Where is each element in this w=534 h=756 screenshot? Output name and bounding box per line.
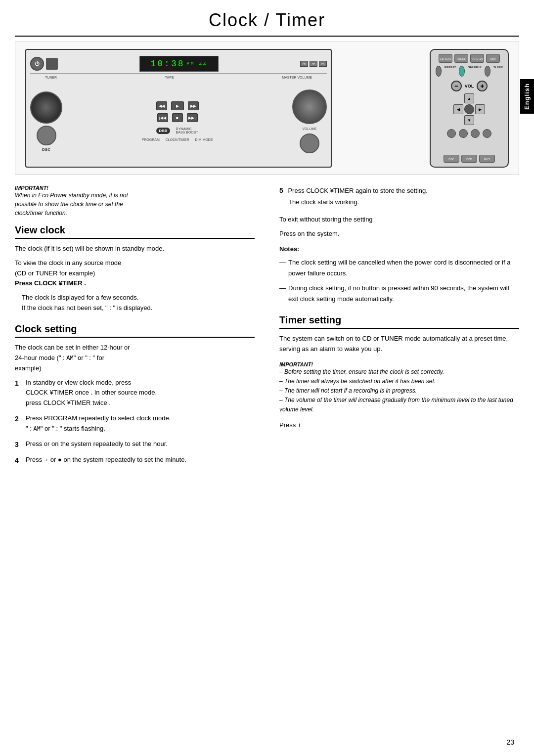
remote-left-btn: ◀ [453,104,463,114]
stop-btn: ■ [172,113,183,122]
right-controls: VOLUME [292,89,327,153]
dbb-label: DBB [156,128,170,134]
clock-setting-title: Clock setting [15,323,255,338]
notes-title: Notes: [279,244,519,255]
page-title: Clock / Timer [15,0,519,37]
timer-important-item-4: – The volume of the timer will increase … [279,396,519,414]
view-clock-sub1: The clock is displayed for a few seconds… [22,293,255,303]
important-note-top: IMPORTANT! When in Eco Power standby mod… [15,185,255,218]
left-speaker [30,91,62,124]
view-clock-press: Press CLOCK ¥TIMER . [15,279,86,287]
remote-nav-cross: ▲ ◀ ▶ ▼ [436,93,503,125]
view-clock-title: View clock [15,224,255,239]
remote-shuffle-btn [459,66,465,77]
important-label-top: IMPORTANT! [15,185,255,191]
time-display: 10:38 [150,59,184,69]
note-1: — The clock setting will be cancelled wh… [279,257,519,279]
timer-setting-title: Timer setting [279,314,519,329]
remote-dim-btn: DIM [486,54,500,63]
step-1-text: In standby or view clock mode, press CLO… [26,378,255,408]
view-clock-para1: The clock (if it is set) will be shown i… [15,244,255,254]
page-number: 23 [506,738,514,746]
timer-important-item-3: – The timer will not start if a recordin… [279,386,519,396]
play-btn: ▶ [171,101,184,110]
step-4: 4 Press→ or ● on the system repeatedly t… [15,455,255,466]
step-5-sub: The clock starts working. [288,197,359,208]
timer-setting-para1: The system can switch on to CD or TUNER … [279,334,519,355]
stereo-unit: ⏻ 10:38 PM ZZ CD CD CD [25,49,332,168]
right-speaker [300,133,319,153]
power-button: ⏻ [30,57,44,71]
step-3: 3 Press or on the system repeatedly to s… [15,439,255,450]
remote-btn-2 [459,129,468,138]
step-2-sub: " : AM" or " : " starts flashing. [26,424,255,434]
step-5-block: 5 Press CLOCK ¥TIMER again to store the … [279,185,519,208]
remote-up-btn: ▲ [464,93,474,103]
dsc-label: DSC [42,147,50,152]
timer-important-block: IMPORTANT! – Before setting the timer, e… [279,361,519,415]
step-3-text: Press or on the system repeatedly to set… [26,439,255,450]
language-tab: English [520,79,534,114]
remote-vol-area: − VOL + [436,81,503,91]
remote-tuner-btn: TUNER [454,54,468,63]
exit-sub: Press on the system. [279,229,519,239]
dynamic-bass: DYNAMICBASS BOOST [176,127,198,134]
remote-extra-row [436,129,503,138]
remote-btn-4 [483,129,491,138]
prev-btn: |◀◀ [157,113,168,122]
rewind-btn: ◀◀ [156,101,167,110]
step-2-num: 2 [15,413,22,434]
left-column: IMPORTANT! When in Eco Power standby mod… [15,185,260,471]
slot-button [46,58,58,70]
step-1-num: 1 [15,378,22,408]
timer-setting-section: Timer setting The system can switch on t… [279,314,519,429]
press-plus-text: Press + [279,421,519,429]
volume-knob [292,89,327,124]
timer-important-item-1: – Before setting the timer, ensure that … [279,367,519,377]
remote-cd-btn: CD 1/2/3 [439,54,452,63]
remote-repeat-btn [436,66,442,77]
view-clock-para2: To view the clock in any source mode (CD… [15,258,255,289]
step-4-num: 4 [15,455,22,466]
remote-btn-3 [471,129,480,138]
exit-block: To exit without storing the setting Pres… [279,215,519,239]
next-btn: ▶▶| [187,113,198,122]
bottom-labels: PROGRAM CLOCK/TIMER DIM MODE [142,138,213,141]
device-image: ⏻ 10:38 PM ZZ CD CD CD [15,42,519,175]
remote-bottom-row: DSC DBB MUT [436,155,503,163]
important-note-text: When in Eco Power standby mode, it is no… [15,191,255,218]
left-controls: DSC [30,91,62,152]
clock-steps: 1 In standby or view clock mode, press C… [15,378,255,466]
label-row: TUNER TAPE MASTER VOLUME [30,76,327,80]
remote-dsc-btn: DSC [444,155,459,163]
remote-center-btn [464,104,474,114]
step-2: 2 Press PROGRAM repeatedly to select clo… [15,413,255,434]
remote-tape-btn: TAPE 1/2 [470,54,484,63]
right-column: 5 Press CLOCK ¥TIMER again to store the … [274,185,519,471]
remote-mute-btn: MUT [479,155,495,163]
step-5-text: 5 Press CLOCK ¥TIMER again to store the … [279,185,519,208]
step-3-num: 3 [15,439,22,450]
remote-top-row: CD 1/2/3 TUNER TAPE 1/2 DIM [436,54,503,63]
note-2-text: During clock setting, if no button is pr… [288,283,519,305]
timer-important-label: IMPORTANT! [279,361,519,367]
display-screen: 10:38 PM ZZ [139,56,219,72]
remote-sleep-btn [485,66,490,77]
content-area: IMPORTANT! When in Eco Power standby mod… [0,180,534,476]
remote-vol-minus: − [451,81,462,91]
remote-control: CD 1/2/3 TUNER TAPE 1/2 DIM REPEAT SHUFF… [430,49,509,168]
remote-function-row: REPEAT SHUFFLE SLEEP [436,66,503,77]
clock-setting-para1: The clock can be set in either 12-hour o… [15,343,255,374]
note-1-text: The clock setting will be cancelled when… [288,257,519,279]
notes-section: Notes: — The clock setting will be cance… [279,244,519,304]
timer-important-item-2: – The timer will always be switched on a… [279,377,519,386]
step-4-text: Press→ or ● on the system repeatedly to … [26,455,255,466]
remote-vol-plus: + [477,81,488,91]
step-2-text: Press PROGRAM repeatedly to select clock… [26,413,255,434]
remote-down-btn: ▼ [464,115,474,125]
transport-controls: ◀◀ ▶ ▶▶ |◀◀ ■ ▶▶| DBB DYNAMICBASS BOOST [62,82,292,161]
exit-text: To exit without storing the setting [279,215,519,225]
source-indicators: CD CD CD [300,61,327,67]
step-1: 1 In standby or view clock mode, press C… [15,378,255,408]
remote-btn-1 [447,129,456,138]
